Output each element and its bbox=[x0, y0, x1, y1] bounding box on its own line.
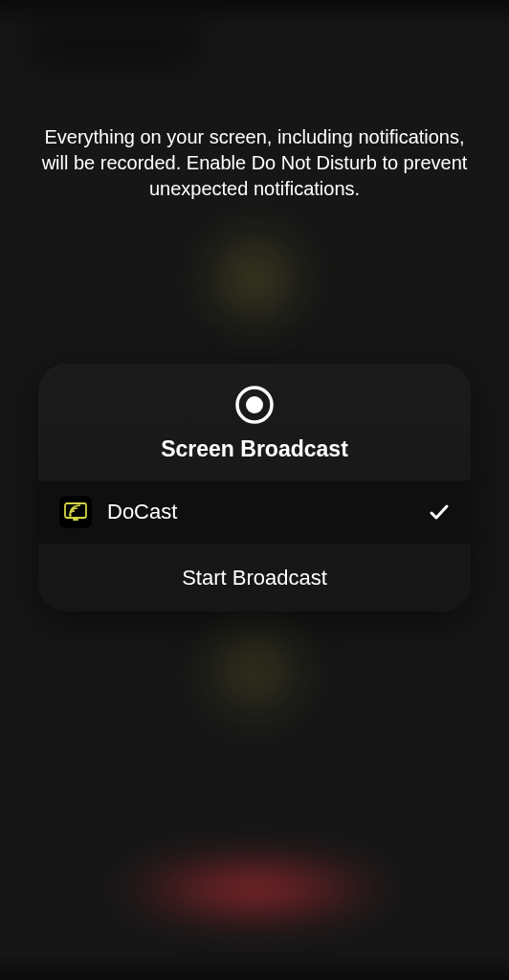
broadcast-info-text: Everything on your screen, including not… bbox=[38, 124, 471, 202]
broadcast-option-docast[interactable]: DoCast bbox=[38, 479, 471, 545]
checkmark-icon bbox=[429, 501, 450, 523]
vignette bbox=[0, 0, 509, 29]
background-glow bbox=[197, 612, 312, 727]
background-glow-red bbox=[111, 856, 398, 923]
docast-app-icon bbox=[59, 496, 92, 528]
broadcast-sheet: Screen Broadcast DoCast Start Broadcast bbox=[38, 364, 471, 612]
vignette bbox=[0, 951, 509, 980]
sheet-title: Screen Broadcast bbox=[161, 436, 348, 462]
start-broadcast-button[interactable]: Start Broadcast bbox=[38, 545, 471, 612]
svg-point-1 bbox=[246, 396, 263, 413]
sheet-header: Screen Broadcast bbox=[38, 364, 471, 479]
option-label: DoCast bbox=[107, 500, 413, 524]
action-label: Start Broadcast bbox=[57, 566, 452, 590]
record-icon bbox=[234, 385, 275, 425]
svg-rect-4 bbox=[73, 519, 78, 521]
background-glow bbox=[197, 220, 312, 335]
svg-point-3 bbox=[69, 514, 72, 517]
